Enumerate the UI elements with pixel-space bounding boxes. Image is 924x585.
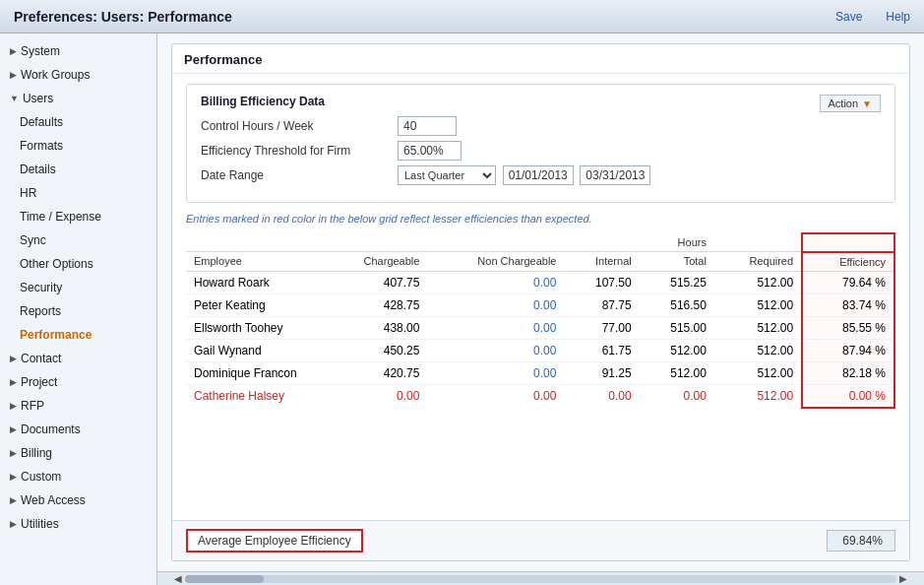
sidebar-arrow-workgroups: ▶ bbox=[10, 66, 17, 84]
sidebar-label-timeexpense: Time / Expense bbox=[20, 208, 101, 226]
sidebar-arrow-webaccess: ▶ bbox=[10, 491, 17, 509]
sidebar-item-contact[interactable]: ▶Contact bbox=[0, 347, 156, 370]
sidebar-arrow-users: ▼ bbox=[10, 90, 19, 107]
efficiency-table: Hours Employee Chargeable Non Chargeable… bbox=[186, 232, 895, 409]
horizontal-scrollbar[interactable]: ◀ ▶ bbox=[157, 571, 924, 585]
th-efficiency: Efficiency bbox=[802, 252, 894, 272]
table-row: Gail Wynand450.250.0061.75512.00512.0087… bbox=[186, 339, 894, 361]
table-row: Peter Keating428.750.0087.75516.50512.00… bbox=[186, 293, 894, 316]
sidebar-arrow-custom: ▶ bbox=[10, 468, 17, 486]
cell-6: 83.74 % bbox=[802, 293, 894, 316]
cell-5: 512.00 bbox=[714, 339, 802, 361]
sidebar-label-security: Security bbox=[20, 279, 62, 296]
sidebar-item-project[interactable]: ▶Project bbox=[0, 370, 156, 394]
sidebar-item-custom[interactable]: ▶Custom bbox=[0, 465, 156, 488]
threshold-label: Efficiency Threshold for Firm bbox=[201, 144, 398, 158]
content-area: Performance Billing Efficiency Data Acti… bbox=[157, 33, 924, 585]
sidebar-label-sync: Sync bbox=[20, 231, 46, 249]
cell-5: 512.00 bbox=[714, 271, 802, 293]
sidebar-item-webaccess[interactable]: ▶Web Access bbox=[0, 488, 156, 512]
hours-input[interactable] bbox=[398, 116, 457, 136]
sidebar-item-details[interactable]: Details bbox=[0, 158, 156, 181]
sidebar-arrow-documents: ▶ bbox=[10, 421, 17, 438]
cell-5: 512.00 bbox=[714, 316, 802, 339]
cell-4: 0.00 bbox=[640, 384, 714, 408]
table-row: Howard Roark407.750.00107.50515.25512.00… bbox=[186, 271, 894, 293]
sidebar-label-webaccess: Web Access bbox=[21, 491, 86, 509]
cell-1: 450.25 bbox=[324, 339, 427, 361]
sidebar-item-hr[interactable]: HR bbox=[0, 181, 156, 205]
cell-2: 0.00 bbox=[427, 339, 564, 361]
cell-2: 0.00 bbox=[427, 293, 564, 316]
note-text: Entries marked in red color in the below… bbox=[186, 213, 895, 225]
sidebar-item-workgroups[interactable]: ▶Work Groups bbox=[0, 63, 156, 87]
cell-1: 438.00 bbox=[324, 316, 427, 339]
th-employee: Employee bbox=[186, 252, 324, 272]
main-layout: ▶System▶Work Groups▼UsersDefaultsFormats… bbox=[0, 33, 924, 585]
cell-employee: Howard Roark bbox=[186, 271, 324, 293]
threshold-input[interactable] bbox=[398, 141, 462, 161]
title-bar-actions: Save Help bbox=[835, 10, 910, 24]
hours-group-header: Hours bbox=[427, 233, 714, 252]
cell-6: 87.94 % bbox=[802, 339, 894, 361]
sidebar-item-timeexpense[interactable]: Time / Expense bbox=[0, 205, 156, 228]
cell-4: 512.00 bbox=[640, 339, 714, 361]
sidebar-arrow-utilities: ▶ bbox=[10, 515, 17, 533]
cell-1: 420.75 bbox=[324, 361, 427, 384]
date-start-input[interactable] bbox=[503, 165, 574, 185]
empty-th-1 bbox=[186, 233, 324, 252]
hours-label: Control Hours / Week bbox=[201, 119, 398, 133]
sidebar-item-performance[interactable]: Performance bbox=[0, 323, 156, 347]
daterange-select[interactable]: Last Quarter This Quarter Last Month Thi… bbox=[398, 165, 496, 185]
sidebar-item-documents[interactable]: ▶Documents bbox=[0, 418, 156, 441]
sidebar-item-sync[interactable]: Sync bbox=[0, 228, 156, 252]
scroll-right-arrow[interactable]: ▶ bbox=[896, 573, 910, 584]
cell-employee: Gail Wynand bbox=[186, 339, 324, 361]
cell-1: 407.75 bbox=[324, 271, 427, 293]
cell-5: 512.00 bbox=[714, 361, 802, 384]
sidebar-item-reports[interactable]: Reports bbox=[0, 299, 156, 323]
avg-label: Average Employee Efficiency bbox=[186, 529, 363, 552]
th-total: Total bbox=[640, 252, 714, 272]
form-row-threshold: Efficiency Threshold for Firm bbox=[201, 141, 881, 161]
sidebar-label-hr: HR bbox=[20, 184, 36, 202]
billing-section-title: Billing Efficiency Data bbox=[201, 95, 881, 108]
sidebar-item-otheroptions[interactable]: Other Options bbox=[0, 252, 156, 276]
empty-th-2 bbox=[324, 233, 427, 252]
sidebar-item-system[interactable]: ▶System bbox=[0, 39, 156, 63]
sidebar-arrow-project: ▶ bbox=[10, 373, 17, 391]
save-button[interactable]: Save bbox=[835, 10, 862, 24]
cell-2: 0.00 bbox=[427, 271, 564, 293]
cell-employee: Catherine Halsey bbox=[186, 384, 324, 408]
scroll-track[interactable] bbox=[185, 575, 896, 583]
cell-3: 87.75 bbox=[564, 293, 639, 316]
sidebar-item-formats[interactable]: Formats bbox=[0, 134, 156, 158]
sidebar-item-rfp[interactable]: ▶RFP bbox=[0, 394, 156, 418]
table-body: Howard Roark407.750.00107.50515.25512.00… bbox=[186, 271, 894, 408]
hours-group-header-row: Hours bbox=[186, 233, 894, 252]
cell-5: 512.00 bbox=[714, 293, 802, 316]
cell-6: 82.18 % bbox=[802, 361, 894, 384]
sidebar-item-billing[interactable]: ▶Billing bbox=[0, 441, 156, 465]
sidebar-label-formats: Formats bbox=[20, 137, 63, 155]
sidebar-item-users[interactable]: ▼Users bbox=[0, 87, 156, 110]
cell-6: 79.64 % bbox=[802, 271, 894, 293]
scroll-thumb[interactable] bbox=[185, 575, 264, 583]
sidebar-label-workgroups: Work Groups bbox=[21, 66, 90, 84]
action-arrow-icon: ▼ bbox=[862, 98, 872, 109]
date-end-input[interactable] bbox=[580, 165, 650, 185]
cell-1: 0.00 bbox=[324, 384, 427, 408]
cell-3: 91.25 bbox=[564, 361, 639, 384]
sidebar: ▶System▶Work Groups▼UsersDefaultsFormats… bbox=[0, 33, 157, 585]
daterange-label: Date Range bbox=[201, 168, 398, 182]
scroll-left-arrow[interactable]: ◀ bbox=[171, 573, 185, 584]
action-button[interactable]: Action ▼ bbox=[820, 95, 881, 112]
sidebar-item-utilities[interactable]: ▶Utilities bbox=[0, 512, 156, 536]
sidebar-item-defaults[interactable]: Defaults bbox=[0, 110, 156, 134]
help-button[interactable]: Help bbox=[886, 10, 910, 24]
title-bar: Preferences: Users: Performance Save Hel… bbox=[0, 0, 924, 33]
cell-4: 516.50 bbox=[640, 293, 714, 316]
sidebar-item-security[interactable]: Security bbox=[0, 276, 156, 299]
sidebar-arrow-rfp: ▶ bbox=[10, 397, 17, 415]
cell-employee: Ellsworth Toohey bbox=[186, 316, 324, 339]
